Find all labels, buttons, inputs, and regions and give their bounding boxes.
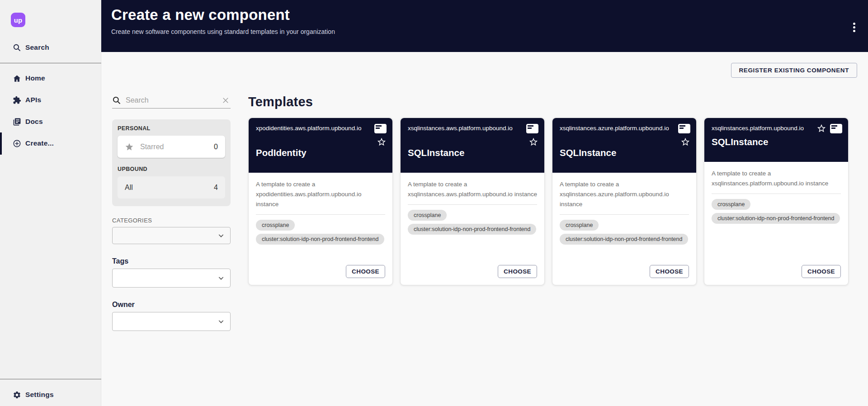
filter-starred-label: Starred [140, 143, 214, 151]
template-tags: crossplane cluster:solution-idp-non-prod… [249, 215, 392, 248]
filter-starred-count: 0 [214, 143, 218, 151]
page-title: Create a new component [111, 6, 857, 24]
categories-select[interactable] [112, 227, 231, 244]
template-description: A template to create a xpodidentities.aw… [249, 173, 392, 209]
tags-select[interactable] [112, 269, 231, 288]
template-title: SQLInstance [712, 137, 768, 147]
template-description: A template to create a xsqlinstances.aws… [401, 173, 544, 199]
template-name: xsqlinstances.azure.platform.upbound.io [560, 125, 689, 132]
template-title: SQLInstance [408, 147, 464, 158]
template-type-icon [526, 124, 538, 133]
puzzle-icon [12, 95, 21, 104]
categories-label: CATEGORIES [112, 217, 231, 224]
tag-chip: crossplane [712, 199, 750, 210]
owner-select[interactable] [112, 312, 231, 331]
template-name: xpodidentities.aws.platform.upbound.io [256, 125, 385, 132]
filter-all-label: All [125, 184, 214, 192]
sidebar-item-label: APIs [25, 96, 41, 104]
search-input[interactable] [126, 96, 221, 104]
page-subtitle: Create new software components using sta… [111, 28, 857, 35]
sidebar-item-label: Docs [25, 118, 43, 126]
template-cards: xpodidentities.aws.platform.upbound.io P… [248, 118, 857, 285]
star-icon [125, 142, 134, 151]
sidebar-divider [0, 379, 101, 379]
template-card: xsqlinstances.aws.platform.upbound.io SQ… [400, 118, 545, 285]
template-description: A template to create a xsqlinstances.pla… [704, 162, 848, 189]
template-type-icon [830, 124, 842, 133]
star-outline-icon[interactable] [528, 137, 538, 147]
template-card-header: xsqlinstances.aws.platform.upbound.io SQ… [401, 118, 544, 173]
filter-panel: PERSONAL Starred 0 UPBOUND All 4 CATEGOR… [112, 92, 231, 331]
sidebar-divider [0, 63, 101, 63]
template-title: SQLInstance [560, 147, 616, 158]
sidebar-item-label: Home [25, 74, 45, 82]
choose-button[interactable]: CHOOSE [650, 265, 689, 278]
chevron-down-icon [217, 318, 225, 325]
tag-chip: crossplane [560, 220, 599, 231]
tag-chip: cluster:solution-idp-non-prod-frontend-f… [408, 224, 536, 235]
docs-icon [12, 117, 21, 126]
template-card: xsqlinstances.azure.platform.upbound.io … [552, 118, 697, 285]
template-card: xsqlinstances.platform.upbound.io SQLIns… [704, 118, 849, 285]
tag-chip: crossplane [408, 210, 447, 221]
sidebar-item-label: Search [25, 43, 49, 52]
sidebar-item-label: Settings [25, 391, 54, 399]
search-icon [12, 43, 21, 52]
star-outline-icon[interactable] [816, 123, 826, 133]
template-type-icon [678, 124, 690, 133]
template-type-icon [374, 124, 387, 133]
template-title: PodIdentity [256, 147, 307, 158]
filter-group-label: PERSONAL [118, 125, 225, 132]
template-name: xsqlinstances.aws.platform.upbound.io [408, 125, 537, 132]
sidebar-item-label: Create... [25, 139, 54, 147]
sidebar-item-search[interactable]: Search [0, 38, 101, 57]
filter-all[interactable]: All 4 [118, 176, 225, 198]
sidebar-item-settings[interactable]: Settings [0, 386, 101, 404]
tag-chip: crossplane [256, 220, 295, 231]
choose-button[interactable]: CHOOSE [346, 265, 385, 278]
ownership-filter-group: PERSONAL Starred 0 UPBOUND All 4 [112, 119, 231, 206]
template-search [112, 92, 231, 109]
filter-group-label: UPBOUND [118, 166, 225, 172]
star-outline-icon[interactable] [377, 137, 387, 147]
sidebar-item-create[interactable]: Create... [0, 134, 101, 152]
template-tags: crossplane cluster:solution-idp-non-prod… [552, 215, 696, 248]
star-outline-icon[interactable] [680, 137, 690, 147]
template-card: xpodidentities.aws.platform.upbound.io P… [248, 118, 393, 285]
filter-starred[interactable]: Starred 0 [118, 136, 225, 158]
main-content: REGISTER EXISTING COMPONENT PERSONAL Sta… [101, 52, 868, 406]
owner-label: Owner [112, 301, 231, 309]
tag-chip: cluster:solution-idp-non-prod-frontend-f… [560, 234, 688, 245]
templates-heading: Templates [248, 94, 857, 109]
chevron-down-icon [217, 274, 225, 282]
search-icon [112, 96, 121, 105]
plus-circle-icon [12, 139, 21, 148]
home-icon [12, 74, 21, 83]
template-card-header: xsqlinstances.azure.platform.upbound.io … [552, 118, 696, 173]
sidebar: up Search Home APIs Docs Create... [0, 0, 101, 406]
sidebar-item-home[interactable]: Home [0, 69, 101, 87]
template-tags: crossplane cluster:solution-idp-non-prod… [704, 194, 848, 227]
tag-chip: cluster:solution-idp-non-prod-frontend-f… [256, 234, 384, 245]
template-card-header: xpodidentities.aws.platform.upbound.io P… [249, 118, 392, 173]
upbound-logo[interactable]: up [11, 13, 25, 27]
sidebar-item-apis[interactable]: APIs [0, 91, 101, 109]
choose-button[interactable]: CHOOSE [802, 265, 841, 278]
gear-icon [12, 390, 21, 399]
tags-label: Tags [112, 257, 231, 265]
template-tags: crossplane cluster:solution-idp-non-prod… [401, 205, 544, 238]
tag-chip: cluster:solution-idp-non-prod-frontend-f… [712, 213, 840, 224]
page-header: Create a new component Create new softwa… [101, 0, 868, 52]
template-description: A template to create a xsqlinstances.azu… [552, 173, 696, 209]
template-card-header: xsqlinstances.platform.upbound.io SQLIns… [704, 118, 848, 162]
sidebar-item-docs[interactable]: Docs [0, 113, 101, 131]
kebab-menu-icon[interactable] [853, 21, 855, 33]
choose-button[interactable]: CHOOSE [498, 265, 537, 278]
templates-section: Templates xpodidentities.aws.platform.up… [248, 94, 857, 285]
clear-search-icon[interactable] [221, 95, 231, 105]
chevron-down-icon [217, 232, 225, 239]
filter-all-count: 4 [214, 184, 218, 192]
register-existing-component-button[interactable]: REGISTER EXISTING COMPONENT [731, 63, 857, 78]
